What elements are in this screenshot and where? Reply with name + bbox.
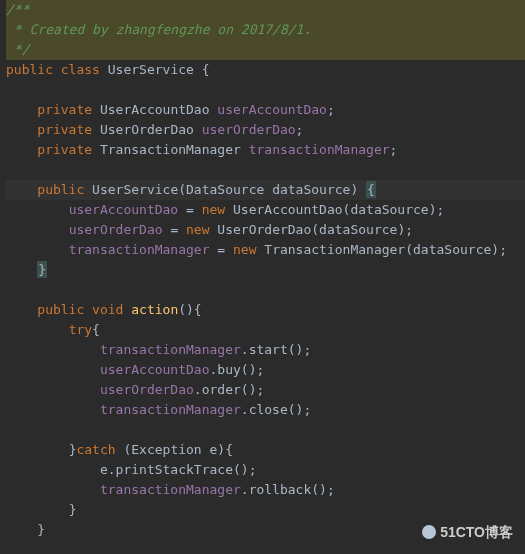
class-decl: public class UserService { <box>6 60 525 80</box>
blank-line <box>6 160 525 180</box>
catch-end: } <box>6 500 525 520</box>
assign-account: userAccountDao = new UserAccountDao(data… <box>6 200 525 220</box>
doc-comment-start: /** <box>6 0 525 20</box>
watermark-icon <box>422 525 436 539</box>
assign-order: userOrderDao = new UserOrderDao(dataSour… <box>6 220 525 240</box>
call-tx-start: transactionManager.start(); <box>6 340 525 360</box>
blank-line <box>6 80 525 100</box>
call-tx-rollback: transactionManager.rollback(); <box>6 480 525 500</box>
field-decl-order: private UserOrderDao userOrderDao; <box>6 120 525 140</box>
call-order-order: userOrderDao.order(); <box>6 380 525 400</box>
constructor-decl: public UserService(DataSource dataSource… <box>6 180 525 200</box>
call-tx-close: transactionManager.close(); <box>6 400 525 420</box>
code-editor[interactable]: /** * Created by zhangfengzhe on 2017/8/… <box>0 0 525 540</box>
method-action-decl: public void action(){ <box>6 300 525 320</box>
try-start: try{ <box>6 320 525 340</box>
field-decl-account: private UserAccountDao userAccountDao; <box>6 100 525 120</box>
doc-comment-end: */ <box>6 40 525 60</box>
watermark: 51CTO博客 <box>422 522 513 542</box>
call-printstack: e.printStackTrace(); <box>6 460 525 480</box>
doc-comment-author: * Created by zhangfengzhe on 2017/8/1. <box>6 20 525 40</box>
constructor-end: } <box>6 260 525 280</box>
watermark-text: 51CTO博客 <box>440 522 513 542</box>
call-account-buy: userAccountDao.buy(); <box>6 360 525 380</box>
blank-line <box>6 280 525 300</box>
blank-line <box>6 420 525 440</box>
field-decl-tx: private TransactionManager transactionMa… <box>6 140 525 160</box>
assign-tx: transactionManager = new TransactionMana… <box>6 240 525 260</box>
catch-start: }catch (Exception e){ <box>6 440 525 460</box>
